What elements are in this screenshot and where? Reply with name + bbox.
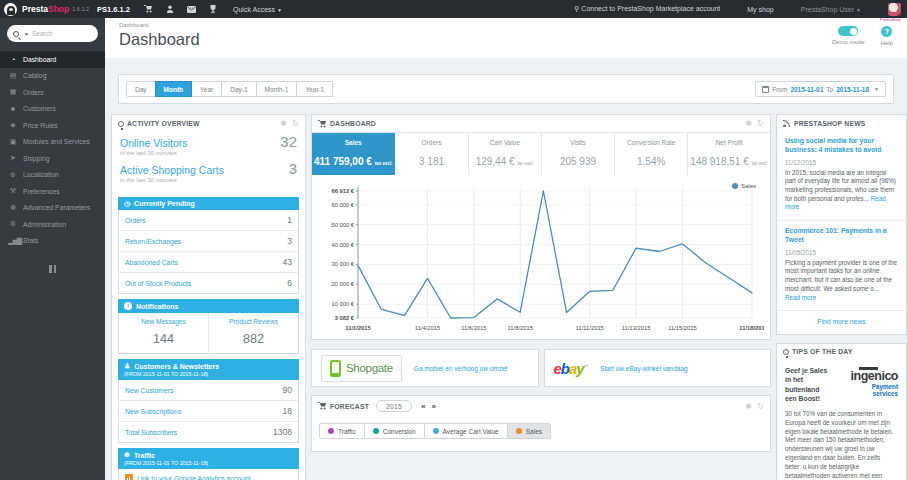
- kpi-cart-value[interactable]: Cart Value129,44 € tax excl.: [469, 133, 542, 175]
- kpi-orders[interactable]: Orders3 181: [395, 133, 468, 175]
- forecast-settings-icon[interactable]: ✱: [745, 402, 752, 411]
- demo-mode-toggle[interactable]: [838, 26, 858, 36]
- dashboard-refresh-icon[interactable]: ↻: [757, 119, 764, 128]
- forecast-conversion-button[interactable]: Conversion: [364, 423, 425, 439]
- filter-day-1-button[interactable]: Day-1: [221, 81, 256, 97]
- localization-icon: ⊕: [8, 171, 17, 179]
- my-shop-link[interactable]: My shop: [747, 6, 773, 13]
- user-avatar[interactable]: PrestaShop: [888, 3, 901, 16]
- kpi-conversion-rate[interactable]: Conversion Rate1.54%: [615, 133, 688, 175]
- news-article: Ecommerce 101: Payments in a Tweet 11/05…: [777, 220, 906, 310]
- sidebar-item-orders[interactable]: ▦Orders: [0, 84, 105, 101]
- search-input[interactable]: [32, 30, 84, 37]
- shopgate-banner[interactable]: Shopgate Ga mobiel en verhoog uw omzet: [311, 349, 539, 387]
- quick-access-menu[interactable]: Quick Access▼: [233, 6, 282, 13]
- cart-icon: [318, 120, 327, 128]
- svg-text:50 000 €: 50 000 €: [331, 222, 354, 228]
- news-article-title[interactable]: Using social media for your business: 4 …: [785, 137, 898, 155]
- news-article: Using social media for your business: 4 …: [777, 131, 906, 220]
- filter-month-button[interactable]: Month: [155, 81, 193, 97]
- demo-mode-control[interactable]: Demo mode: [832, 26, 865, 46]
- date-range-picker[interactable]: From2015-11-01 To2015-11-18 ▼: [755, 81, 886, 97]
- sidebar-item-localization[interactable]: ⊕Localization: [0, 167, 105, 184]
- forecast-refresh-icon[interactable]: ↻: [757, 402, 764, 411]
- sidebar-item-catalog[interactable]: ▤Catalog: [0, 68, 105, 85]
- google-analytics-icon: [125, 474, 133, 480]
- pending-row-returns: Return/Exchanges3: [119, 230, 298, 251]
- search-icon: [13, 31, 19, 37]
- search-scope-caret-icon[interactable]: ▼: [24, 31, 29, 37]
- breadcrumb[interactable]: Dashboard: [119, 22, 895, 28]
- read-more-link[interactable]: Read more: [785, 294, 816, 301]
- sidebar: ▼ ◔Dashboard ▤Catalog ▦Orders ☻Customers…: [0, 18, 105, 480]
- stats-icon: ▂▅▇: [8, 237, 17, 245]
- kpi-visits[interactable]: Visits205 939: [542, 133, 615, 175]
- svg-text:11/13/2015: 11/13/2015: [622, 325, 651, 331]
- notifications-header: !Notifications: [118, 299, 299, 313]
- user-menu[interactable]: PrestaShop User▼: [801, 6, 861, 13]
- employee-icon[interactable]: [166, 5, 174, 13]
- forecast-year[interactable]: 2015: [376, 400, 412, 412]
- svg-text:30 000 €: 30 000 €: [331, 261, 354, 267]
- sidebar-item-dashboard[interactable]: ◔Dashboard: [0, 51, 105, 68]
- trophy-icon[interactable]: [209, 5, 217, 13]
- filter-month-1-button[interactable]: Month-1: [256, 81, 298, 97]
- sidebar-item-customers[interactable]: ☻Customers: [0, 101, 105, 118]
- sidebar-item-administration[interactable]: ⚙Administration: [0, 216, 105, 233]
- svg-text:10 000 €: 10 000 €: [331, 301, 354, 307]
- activity-refresh-icon[interactable]: ↻: [292, 119, 299, 128]
- preferences-icon: ⚒: [8, 187, 17, 195]
- find-more-news-link[interactable]: Find more news: [777, 310, 906, 334]
- filter-year-1-button[interactable]: Year-1: [296, 81, 333, 97]
- help-control[interactable]: ? Help: [881, 26, 893, 46]
- shopgate-link[interactable]: Ga mobiel en verhoog uw omzet: [414, 365, 508, 372]
- ebay-banner[interactable]: ebay™ Start uw eBay-winkel vandaag: [544, 349, 772, 387]
- forecast-prev-button[interactable]: «: [419, 402, 428, 411]
- google-analytics-row: Link to your Google Analytics account: [119, 469, 298, 480]
- traffic-header: ⊕Traffic (FROM 2015-11-01 TO 2015-11-18): [118, 448, 299, 469]
- tips-of-the-day-panel: TIPS OF THE DAY Geef je Sales in het bui…: [776, 343, 907, 480]
- online-visitors-link[interactable]: Online Visitors: [120, 137, 188, 149]
- sidebar-item-modules-and-services[interactable]: ▣Modules and Services: [0, 134, 105, 151]
- activity-settings-icon[interactable]: ✱: [280, 119, 287, 128]
- active-carts-link[interactable]: Active Shopping Carts: [120, 164, 224, 176]
- new-messages-cell: New Messages144: [119, 313, 208, 353]
- sidebar-item-shipping[interactable]: ➤Shipping: [0, 150, 105, 167]
- forecast-traffic-button[interactable]: Traffic: [319, 423, 365, 439]
- filter-year-button[interactable]: Year: [191, 81, 222, 97]
- forecast-average-cart-value-button[interactable]: Average Cart Value: [424, 423, 508, 439]
- pending-row-abandoned-carts: Abandoned Carts43: [119, 251, 298, 272]
- prestashop-logo: [4, 3, 17, 16]
- activity-overview-panel: ACTIVITY OVERVIEW ✱↻ Online Visitors32 i…: [111, 114, 306, 480]
- svg-text:11/4/2015: 11/4/2015: [415, 325, 440, 331]
- ebay-link[interactable]: Start uw eBay-winkel vandaag: [600, 365, 687, 372]
- filter-day-button[interactable]: Day: [126, 81, 156, 97]
- clock-icon: ◷: [124, 200, 130, 207]
- sidebar-item-price-rules[interactable]: ◈Price Rules: [0, 117, 105, 134]
- forecast-next-button[interactable]: »: [430, 402, 439, 411]
- cart-icon[interactable]: [144, 5, 153, 13]
- row-new-customers: New Customers90: [119, 380, 298, 400]
- sidebar-collapse-button[interactable]: [47, 265, 59, 273]
- forecast-sales-button[interactable]: Sales: [507, 423, 551, 439]
- kpi-net-profit[interactable]: Net Profit148 918,51 € tax excl.: [688, 133, 770, 175]
- sidebar-item-stats[interactable]: ▂▅▇Stats: [0, 233, 105, 250]
- sales-chart: Sales 3 082 €10 000 €20 000 €30 000 €40 …: [312, 175, 770, 339]
- sidebar-item-preferences[interactable]: ⚒Preferences: [0, 183, 105, 200]
- cart-icon: [318, 402, 327, 410]
- kpi-sales[interactable]: Sales411 759,00 € tax excl.: [312, 133, 395, 175]
- svg-text:66 912 €: 66 912 €: [331, 188, 354, 194]
- news-article-title[interactable]: Ecommerce 101: Payments in a Tweet: [785, 227, 898, 245]
- svg-text:60 000 €: 60 000 €: [331, 202, 354, 208]
- notification-icon: !: [124, 302, 132, 310]
- marketplace-link[interactable]: ⚲ Connect to PrestaShop Marketplace acco…: [574, 5, 720, 13]
- pending-row-orders: Orders1: [119, 210, 298, 230]
- mail-icon[interactable]: [187, 6, 196, 13]
- activity-overview-icon: [118, 121, 124, 127]
- sidebar-item-advanced-parameters[interactable]: ☸Advanced Parameters: [0, 200, 105, 217]
- sidebar-search[interactable]: ▼: [7, 25, 98, 42]
- chart-legend: Sales: [732, 183, 756, 189]
- svg-text:40 000 €: 40 000 €: [331, 242, 354, 248]
- dashboard-settings-icon[interactable]: ✱: [745, 119, 752, 128]
- help-icon[interactable]: ?: [881, 26, 892, 37]
